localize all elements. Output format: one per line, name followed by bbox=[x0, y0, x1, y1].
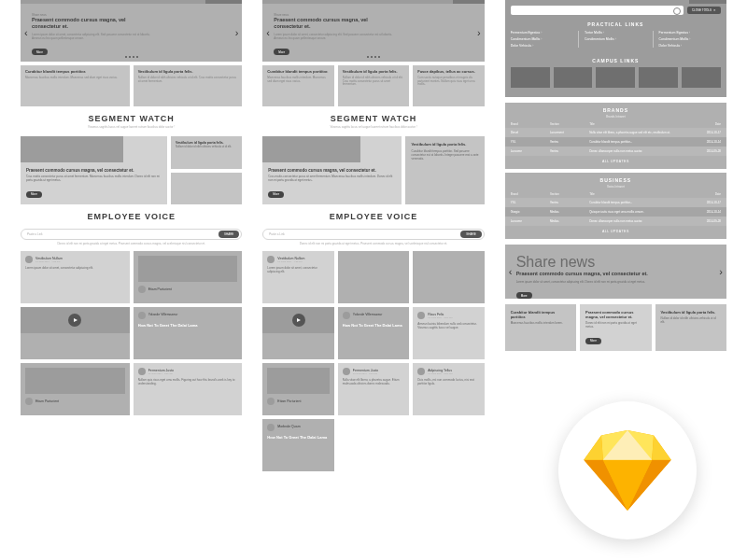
feed-card[interactable]: Morbnde Quam17 June 2014 · 4:35 pmHow No… bbox=[262, 419, 333, 471]
brands-table: BRANDS Brands Intranet BrandSectionTitle… bbox=[505, 103, 726, 169]
segment-main[interactable]: Praesent commodo cursus magna, vel conse… bbox=[262, 136, 402, 204]
segment-row: Praesent commodo cursus magna, vel conse… bbox=[262, 136, 484, 204]
feed-card[interactable] bbox=[338, 251, 409, 303]
share-input[interactable]: Paste a LinkSHARE bbox=[21, 229, 242, 240]
share-button[interactable]: SHARE bbox=[460, 231, 481, 238]
feed-card[interactable] bbox=[21, 307, 130, 359]
hero-more-button[interactable]: More bbox=[274, 49, 289, 55]
feed-card[interactable]: Adipiscing Tellus12 June 2014 · 8:51 amD… bbox=[413, 363, 484, 415]
nav-item[interactable]: BRANDS bbox=[653, 0, 690, 4]
avatar bbox=[25, 398, 33, 405]
share-sub: Donec id elit non mi porta gravida at eg… bbox=[21, 242, 242, 245]
feed-card[interactable]: Risus Felis12 June 2014 · 8:51 amAenean … bbox=[413, 307, 484, 359]
segment-main[interactable]: Praesent commodo cursus magna, vel conse… bbox=[21, 136, 167, 204]
table-row[interactable]: LancomeMediasDonec ullamcorper nulla non… bbox=[505, 217, 726, 226]
practical-link[interactable]: Fermentum Egestas bbox=[511, 31, 572, 35]
hero-next-icon[interactable]: › bbox=[719, 266, 723, 277]
feed-card[interactable]: Vestibulum Nullam17 June 2014 · 4:35 pmL… bbox=[262, 251, 333, 303]
card-body: How Not To Greet The Dalai Lama bbox=[343, 323, 404, 328]
share-input[interactable]: Paste a LinkSHARE bbox=[262, 229, 484, 240]
card-body: Lorem ipsum dolor sit amet, consectetur … bbox=[267, 267, 329, 274]
all-updates-link[interactable]: ALL UPDATES bbox=[505, 156, 726, 169]
nav-item[interactable]: BRAND bbox=[615, 0, 653, 4]
feed-card[interactable]: Etiam Parturient bbox=[262, 363, 333, 415]
avatar bbox=[138, 286, 146, 293]
play-icon[interactable] bbox=[68, 314, 81, 327]
all-updates-link[interactable]: ALL UPDATES bbox=[505, 226, 726, 239]
nav-item[interactable]: HOME bbox=[505, 0, 543, 4]
hero-pager[interactable] bbox=[125, 56, 138, 58]
hero-more-button[interactable]: More bbox=[32, 49, 48, 55]
feed-card[interactable]: Fermentum Justo12 June 2014 · 8:51 amNul… bbox=[134, 363, 243, 415]
tools-panel: CLOSE TOOLS✕ PRACTICAL LINKS Fermentum E… bbox=[505, 4, 726, 97]
avatar bbox=[343, 368, 350, 375]
hero-label: Share news bbox=[274, 13, 472, 17]
promo-tile[interactable]: Curabitur blandit tempus porttitor.Maece… bbox=[505, 304, 576, 351]
card-body: Aenean lacinia bibendum nulla sed consec… bbox=[417, 323, 479, 330]
search-input[interactable] bbox=[511, 6, 684, 15]
promo-tile[interactable]: Fusce dapibus, tellus ac cursus.Cum soci… bbox=[413, 65, 484, 106]
promo-tile[interactable]: Curabitur blandit tempus porttitor.Maece… bbox=[262, 65, 333, 106]
feed-card[interactable]: Etiam Parturient bbox=[21, 363, 130, 415]
feed-card[interactable]: Vestibulum Nullam17 June 2014 · 4:35 pmL… bbox=[21, 251, 130, 303]
campus-link[interactable] bbox=[511, 67, 550, 88]
hero-prev-icon[interactable]: ‹ bbox=[24, 27, 28, 38]
segment-more-button[interactable]: More bbox=[26, 191, 42, 198]
promo-tile[interactable]: Vestibulum id ligula porta felis.Nullam … bbox=[338, 65, 409, 106]
practical-link[interactable]: Dolor Vehicula bbox=[659, 44, 721, 48]
hero-prev-icon[interactable]: ‹ bbox=[266, 27, 270, 38]
campus-link[interactable] bbox=[596, 67, 635, 88]
hero-next-icon[interactable]: › bbox=[477, 27, 481, 38]
timestamp: 17 June 2014 · 4:35 pm bbox=[148, 316, 178, 319]
practical-link[interactable]: Dolor Vehicula bbox=[511, 44, 572, 48]
segment-heading: SEGMENT WATCH Vivamus sagittis lacus vel… bbox=[21, 106, 242, 133]
segment-side[interactable]: Vestibulum id ligula porta felis. Curabi… bbox=[405, 136, 484, 204]
author: Yolande Villemazeur bbox=[353, 313, 383, 316]
feed-card[interactable]: Yolande Villemazeur17 June 2014 · 4:35 p… bbox=[338, 307, 409, 359]
feed-card[interactable] bbox=[262, 307, 333, 359]
campus-link[interactable] bbox=[639, 67, 678, 88]
promo-tile[interactable]: Curabitur blandit tempus porttitor.Maece… bbox=[21, 65, 130, 106]
play-icon[interactable] bbox=[292, 314, 305, 327]
hero-next-icon[interactable]: › bbox=[235, 27, 239, 38]
feed-card[interactable]: Etiam Parturient bbox=[134, 251, 243, 303]
table-row[interactable]: DieselLancementNulla vitae elit libero, … bbox=[505, 128, 726, 137]
campus-link[interactable] bbox=[682, 67, 721, 88]
practical-link[interactable]: Tortor Mollis bbox=[585, 31, 646, 35]
promo-tile[interactable]: Vestibulum id ligula porta felis.Nullam … bbox=[655, 304, 726, 351]
author: Yolande Villemazeur bbox=[148, 313, 178, 316]
nav-item[interactable]: YOUR CAMPUS bbox=[689, 0, 726, 4]
hero2-more-button[interactable]: More bbox=[516, 292, 532, 299]
timestamp: 17 June 2014 · 4:35 pm bbox=[277, 428, 302, 431]
svg-marker-6 bbox=[652, 436, 671, 460]
segment-more-button[interactable]: More bbox=[268, 191, 284, 198]
segment-heading: SEGMENT WATCH Vivamus sagittis lacus vel… bbox=[262, 106, 484, 133]
segment-image bbox=[262, 136, 359, 162]
segment-mini[interactable]: Vestibulum id ligula porta felis.Nullam … bbox=[171, 136, 242, 169]
timestamp: 12 June 2014 · 8:51 am bbox=[353, 372, 378, 375]
campus-link[interactable] bbox=[554, 67, 593, 88]
table-row[interactable]: LancomeVentesDonec ullamcorper nulla non… bbox=[505, 147, 726, 156]
avatar bbox=[25, 256, 33, 263]
nav-item[interactable]: NEWS bbox=[542, 0, 579, 4]
hero-pager[interactable] bbox=[367, 56, 380, 58]
avatar bbox=[267, 424, 275, 431]
card-body: Lorem ipsum dolor sit amet, consectetur … bbox=[25, 267, 125, 271]
feed-card[interactable]: Fermentum Justo12 June 2014 · 8:51 amNul… bbox=[338, 363, 409, 415]
practical-link[interactable]: Condimentum Mollis bbox=[585, 37, 646, 41]
practical-link[interactable]: Fermentum Egestas bbox=[659, 31, 721, 35]
segment-mini[interactable] bbox=[171, 173, 242, 205]
practical-link[interactable]: Condimentum Mollis bbox=[511, 37, 572, 41]
close-tools-button[interactable]: CLOSE TOOLS✕ bbox=[687, 7, 721, 14]
table-row[interactable]: YSLVentesCurabitur blandit tempus portti… bbox=[505, 137, 726, 147]
promo-tile[interactable]: Praesent commodo cursus magna, vel conse… bbox=[580, 304, 651, 351]
promo-tile[interactable]: Vestibulum id ligula porta felis.Nullam … bbox=[134, 65, 243, 106]
nav-item[interactable]: TEAM bbox=[579, 0, 616, 4]
practical-link[interactable]: Condimentum Mollis bbox=[659, 37, 721, 41]
table-row[interactable]: YSLVentesCurabitur blandit tempus portti… bbox=[505, 198, 726, 207]
hero-prev-icon[interactable]: ‹ bbox=[509, 266, 513, 277]
feed-card[interactable]: Yolande Villemazeur17 June 2014 · 4:35 p… bbox=[134, 307, 243, 359]
table-row[interactable]: GiorgioMediasQuisque iustis risus eget u… bbox=[505, 207, 726, 217]
feed-card[interactable] bbox=[413, 251, 484, 303]
share-button[interactable]: SHARE bbox=[218, 231, 239, 238]
